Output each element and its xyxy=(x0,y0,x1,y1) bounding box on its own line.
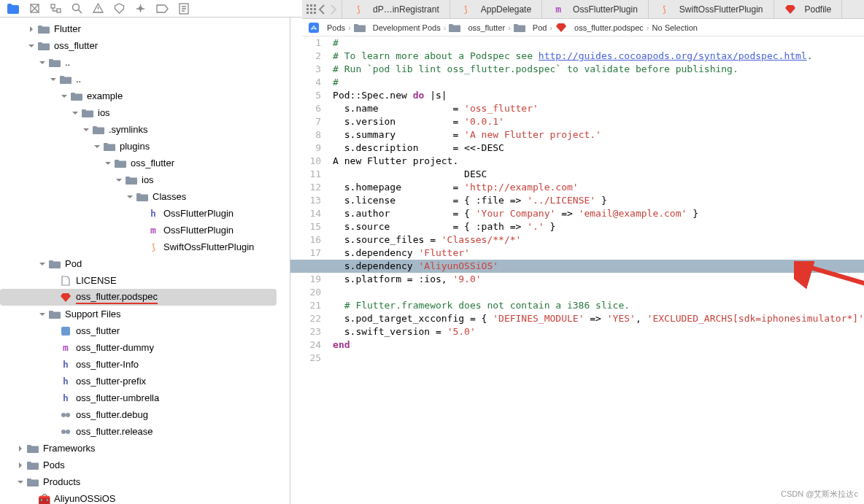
code-line[interactable]: s.license = { :file => '../LICENSE' } xyxy=(327,194,864,207)
tree-row[interactable]: ⟆SwiftOssFlutterPlugin xyxy=(0,239,277,255)
chevron-down-icon[interactable] xyxy=(93,143,101,150)
editor-tab[interactable]: ⟆SwiftOssFlutterPlugin xyxy=(649,0,774,18)
tree-row[interactable]: Pod xyxy=(0,255,277,272)
tree-row[interactable]: Classes xyxy=(0,188,277,205)
folder-icon[interactable] xyxy=(7,4,19,14)
code-line[interactable]: # To learn more about a Podspec see http… xyxy=(327,50,864,63)
tree-row[interactable]: Products xyxy=(0,473,277,490)
folder-icon xyxy=(82,108,93,118)
symbol-icon[interactable] xyxy=(50,3,61,14)
code-line[interactable]: s.dependency 'Flutter' xyxy=(327,247,864,260)
chevron-down-icon[interactable] xyxy=(61,93,68,100)
chevron-down-icon[interactable] xyxy=(115,177,123,184)
svg-rect-10 xyxy=(310,8,312,10)
code-line[interactable]: # Run `pod lib lint oss_flutter.podspec`… xyxy=(327,63,864,76)
tree-label: oss_flutter-dummy xyxy=(76,342,154,353)
debug-icon[interactable] xyxy=(135,3,146,14)
tree-row[interactable]: oss_flutter xyxy=(0,37,277,54)
tree-row[interactable]: oss_flutter.debug xyxy=(0,406,277,423)
chevron-down-icon[interactable] xyxy=(50,76,57,83)
code-line[interactable]: s.dependency 'AliyunOSSiOS' xyxy=(290,260,864,273)
code-line[interactable]: s.pod_target_xcconfig = { 'DEFINES_MODUL… xyxy=(327,312,864,325)
chevron-down-icon[interactable] xyxy=(72,109,79,117)
code-line[interactable]: DESC xyxy=(327,168,864,181)
tree-row[interactable]: example xyxy=(0,88,277,104)
header-file-icon: h xyxy=(60,376,72,387)
chevron-right-icon[interactable] xyxy=(17,462,24,469)
code-line[interactable]: s.source_files = 'Classes/**/*' xyxy=(327,233,864,247)
tree-row[interactable]: Pods xyxy=(0,457,277,473)
tests-icon[interactable] xyxy=(114,3,125,14)
tree-row[interactable]: moss_flutter-dummy xyxy=(0,339,277,356)
code-line[interactable]: A new Flutter project. xyxy=(327,155,864,168)
svg-rect-14 xyxy=(314,12,316,14)
chevron-down-icon[interactable] xyxy=(104,160,112,167)
tree-row[interactable]: hOssFlutterPlugin xyxy=(0,205,277,222)
chevron-down-icon[interactable] xyxy=(28,42,35,50)
folder-icon xyxy=(115,158,126,168)
tree-row[interactable]: plugins xyxy=(0,138,277,155)
swift-file-icon: ⟆ xyxy=(352,4,364,15)
code-line[interactable]: s.version = '0.0.1' xyxy=(327,115,864,128)
reports-icon[interactable] xyxy=(179,3,189,15)
code-line[interactable]: s.swift_version = '5.0' xyxy=(327,325,864,338)
code-line[interactable] xyxy=(327,352,864,365)
tree-row[interactable]: mOssFlutterPlugin xyxy=(0,222,277,239)
tree-row[interactable]: ios xyxy=(0,171,277,188)
chevron-down-icon[interactable] xyxy=(39,311,46,318)
chevron-down-icon[interactable] xyxy=(39,260,46,268)
code-line[interactable]: Pod::Spec.new do |s| xyxy=(327,89,864,102)
code-line[interactable]: s.author = { 'Your Company' => 'email@ex… xyxy=(327,207,864,220)
code-line[interactable]: s.summary = 'A new Flutter project.' xyxy=(327,128,864,141)
tree-row[interactable]: oss_flutter.podspec xyxy=(0,289,277,306)
tree-row[interactable]: hoss_flutter-prefix xyxy=(0,373,277,389)
code-content[interactable]: ## To learn more about a Podspec see htt… xyxy=(327,36,864,504)
tree-row[interactable]: hoss_flutter-Info xyxy=(0,356,277,373)
code-line[interactable]: s.platform = :ios, '9.0' xyxy=(327,273,864,286)
tree-row[interactable]: oss_flutter.release xyxy=(0,423,277,440)
code-line[interactable]: s.source = { :path => '.' } xyxy=(327,220,864,233)
tree-row[interactable]: hoss_flutter-umbrella xyxy=(0,389,277,406)
chevron-down-icon[interactable] xyxy=(17,478,24,486)
tree-row[interactable]: .symlinks xyxy=(0,121,277,138)
grid-icon[interactable] xyxy=(306,4,317,15)
tree-row[interactable]: 🧰AliyunOSSiOS xyxy=(0,490,277,504)
nav-forward-icon[interactable] xyxy=(328,4,337,15)
code-line[interactable]: # Flutter.framework does not contain a i… xyxy=(327,299,864,312)
svg-point-19 xyxy=(61,430,66,434)
chevron-right-icon[interactable] xyxy=(28,26,35,33)
nav-back-icon[interactable] xyxy=(318,4,327,15)
code-line[interactable]: # xyxy=(327,36,864,50)
source-control-icon[interactable] xyxy=(29,3,40,14)
tree-row[interactable]: LICENSE xyxy=(0,272,277,289)
chevron-down-icon[interactable] xyxy=(39,59,46,66)
search-icon[interactable] xyxy=(72,3,82,14)
code-line[interactable]: end xyxy=(327,338,864,352)
warning-icon[interactable] xyxy=(93,3,104,14)
code-line[interactable]: s.description = <<-DESC xyxy=(327,141,864,155)
breakpoint-icon[interactable] xyxy=(156,4,169,13)
project-navigator[interactable]: Flutteross_flutter....exampleios.symlink… xyxy=(0,18,290,504)
code-line[interactable]: s.name = 'oss_flutter' xyxy=(327,102,864,115)
editor-tab[interactable]: ⟆AppDelegate xyxy=(450,0,542,18)
tree-row[interactable]: .. xyxy=(0,54,277,71)
chevron-right-icon[interactable] xyxy=(17,445,24,452)
code-editor[interactable]: 1234567891011121314151617181920212223242… xyxy=(290,36,864,504)
tree-row[interactable]: .. xyxy=(0,71,277,88)
tree-row[interactable]: Support Files xyxy=(0,306,277,322)
tree-row[interactable]: ios xyxy=(0,104,277,121)
code-line[interactable]: s.homepage = 'http://example.com' xyxy=(327,181,864,194)
editor-tab[interactable]: mOssFlutterPlugin xyxy=(542,0,649,18)
chevron-down-icon[interactable] xyxy=(126,193,134,201)
tree-label: OssFlutterPlugin xyxy=(163,208,234,219)
code-line[interactable] xyxy=(327,286,864,299)
line-number: 13 xyxy=(290,194,321,207)
tree-row[interactable]: oss_flutter xyxy=(0,322,277,339)
tree-row[interactable]: Frameworks xyxy=(0,440,277,457)
code-line[interactable]: # xyxy=(327,76,864,89)
editor-tab[interactable]: Podfile xyxy=(774,0,843,18)
editor-tab[interactable]: ⟆dP…inRegistrant xyxy=(342,0,450,18)
tree-row[interactable]: oss_flutter xyxy=(0,155,277,171)
tree-row[interactable]: Flutter xyxy=(0,20,277,37)
chevron-down-icon[interactable] xyxy=(82,126,90,133)
